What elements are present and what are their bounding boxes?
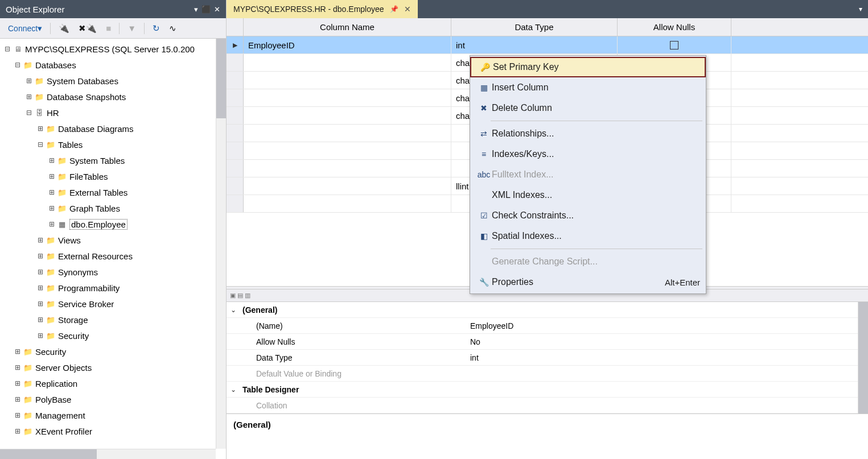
scrollbar-vertical[interactable] [858,302,868,413]
menu-item[interactable]: ✖Delete Column [470,98,706,118]
menu-item[interactable]: ▦Insert Column [470,77,706,98]
menu-item[interactable]: ⇄Relationships... [470,123,706,144]
tree-item[interactable]: ⊞📁PolyBase [2,391,226,407]
tree-item[interactable]: ⊞📁FileTables [2,168,226,184]
tree-item[interactable]: ⊞📁Security [2,328,226,344]
tree-item[interactable]: ⊞▦dbo.Employee [2,216,226,232]
row-selector[interactable] [227,142,244,159]
expand-icon[interactable]: ⊞ [36,284,44,292]
menu-item[interactable]: ≡Indexes/Keys... [470,144,706,164]
expand-icon[interactable]: ⊞ [36,332,44,340]
expand-icon[interactable]: ⊞ [14,427,22,435]
property-row[interactable]: Allow NullsNo [227,334,868,350]
cell-data-type[interactable]: int [451,36,618,53]
expand-icon[interactable]: ⊞ [48,204,56,212]
row-selector[interactable] [227,125,244,142]
cell-column-name[interactable] [244,142,451,159]
tree-item[interactable]: ⊞📁Database Snapshots [2,89,226,105]
expand-icon[interactable]: ⊞ [36,300,44,308]
disconnect-all-icon[interactable]: ✖🔌 [75,22,100,35]
menu-item[interactable]: ◧Spatial Indexes... [470,226,706,246]
row-selector[interactable]: ▶ [227,36,244,53]
close-tab-icon[interactable]: ✕ [404,5,411,14]
tab-overflow-icon[interactable]: ▾ [859,5,868,13]
cell-column-name[interactable]: EmployeeID [244,36,451,53]
cell-column-name[interactable] [244,160,451,177]
connect-button[interactable]: Connect▾ [5,22,46,35]
row-selector[interactable] [227,177,244,195]
tree-item[interactable]: ⊟📁Tables [2,137,226,152]
collapse-icon[interactable]: ⌄ [227,386,240,394]
tree-item[interactable]: ⊞📁Synonyms [2,264,226,280]
scrollbar-vertical[interactable] [216,39,226,449]
expand-icon[interactable]: ⊞ [48,172,56,180]
cell-column-name[interactable] [244,89,451,106]
document-tab[interactable]: MYPC\SQLEXPRESS.HR - dbo.Employee 📌 ✕ [227,0,418,18]
property-value[interactable]: No [468,337,868,346]
property-value[interactable]: EmployeeID [468,321,868,330]
menu-item[interactable]: XML Indexes... [470,185,706,205]
row-selector[interactable] [227,89,244,106]
collapse-icon[interactable]: ⌄ [227,306,240,314]
expand-icon[interactable]: ⊞ [14,348,22,355]
column-header-null[interactable]: Allow Nulls [618,18,731,36]
cell-allow-nulls[interactable] [618,36,731,53]
expand-icon[interactable]: ⊞ [48,220,56,228]
activity-icon[interactable]: ∿ [166,22,180,35]
column-header-type[interactable]: Data Type [451,18,618,36]
tree-item[interactable]: ⊞📁Views [2,232,226,248]
tree-item[interactable]: ⊞📁System Tables [2,152,226,168]
tree-item[interactable]: ⊞📁External Tables [2,184,226,200]
scrollbar-horizontal[interactable] [0,449,216,459]
expand-icon[interactable]: ⊟ [3,45,11,53]
tree-item[interactable]: ⊞📁Service Broker [2,296,226,312]
window-position-icon[interactable]: ▾ [194,5,198,14]
row-selector[interactable] [227,195,244,212]
expand-icon[interactable]: ⊞ [14,395,22,403]
tree-item[interactable]: ⊞📁Programmability [2,280,226,296]
disconnect-icon[interactable]: 🔌 [55,22,73,35]
expand-icon[interactable]: ⊞ [36,125,44,133]
property-value[interactable]: int [468,353,868,362]
tree-item[interactable]: ⊞📁Database Diagrams [2,121,226,137]
expand-icon[interactable]: ⊞ [36,252,44,260]
expand-icon[interactable]: ⊞ [36,268,44,276]
tree-item[interactable]: ⊞📁Management [2,407,226,423]
expand-icon[interactable]: ⊞ [14,411,22,419]
tree-item[interactable]: ⊞📁XEvent Profiler [2,423,226,439]
cell-column-name[interactable] [244,195,451,212]
property-category[interactable]: ⌄Table Designer [227,382,868,398]
expand-icon[interactable]: ⊞ [36,236,44,244]
column-header-name[interactable]: Column Name [244,18,451,36]
close-icon[interactable]: ✕ [214,5,220,14]
expand-icon[interactable]: ⊟ [14,61,22,69]
cell-column-name[interactable] [244,72,451,89]
tree-item[interactable]: ⊞📁Graph Tables [2,200,226,216]
menu-item[interactable]: 🔑Set Primary Key [470,57,706,77]
cell-column-name[interactable] [244,125,451,142]
refresh-icon[interactable]: ↻ [149,22,163,35]
grid-row[interactable]: ▶EmployeeIDint [227,36,868,54]
tree-item[interactable]: ⊞📁Server Objects [2,359,226,375]
expand-icon[interactable]: ⊟ [25,109,33,117]
tree-item[interactable]: ⊟🗄HR [2,105,226,121]
row-selector[interactable] [227,72,244,89]
menu-item[interactable]: ☑Check Constraints... [470,205,706,226]
cell-column-name[interactable] [244,177,451,195]
expand-icon[interactable]: ⊞ [48,188,56,196]
tree-item[interactable]: ⊟🖥MYPC\SQLEXPRESS (SQL Server 15.0.200 [2,41,226,57]
expand-icon[interactable]: ⊞ [14,363,22,371]
expand-icon[interactable]: ⊞ [48,156,56,164]
expand-icon[interactable]: ⊞ [25,93,33,101]
tree-view[interactable]: ⊟🖥MYPC\SQLEXPRESS (SQL Server 15.0.200⊟📁… [0,39,226,459]
tree-item[interactable]: ⊞📁Storage [2,312,226,328]
menu-item[interactable]: 🔧PropertiesAlt+Enter [470,272,706,292]
expand-icon[interactable]: ⊞ [25,77,33,85]
checkbox[interactable] [670,41,678,49]
expand-icon[interactable]: ⊞ [14,379,22,387]
property-row[interactable]: Data Typeint [227,350,868,366]
row-selector[interactable] [227,107,244,124]
row-selector[interactable] [227,160,244,177]
pin-icon[interactable]: ⬛ [201,5,211,14]
row-selector[interactable] [227,54,244,71]
